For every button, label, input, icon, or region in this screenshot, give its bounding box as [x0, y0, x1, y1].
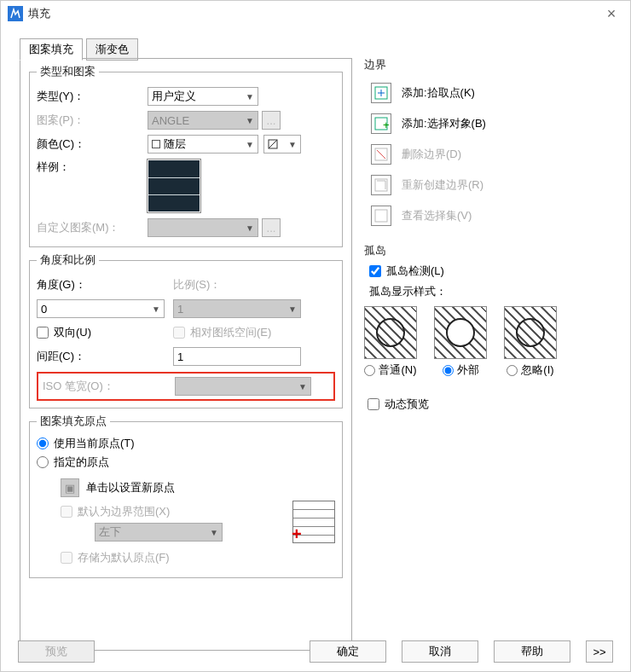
label-paper-space: 相对图纸空间(E) — [190, 325, 271, 340]
boundary-select-object[interactable]: + 添加:选择对象(B) — [364, 108, 611, 139]
recreate-boundary-icon — [371, 175, 391, 195]
pattern-browse-button: ... — [262, 111, 281, 130]
radio-specify-origin[interactable] — [37, 456, 49, 468]
select-object-icon: + — [371, 113, 391, 134]
dialog-content: 图案填充 渐变色 类型和图案 类型(Y)： 用户定义▼ 图案(P)： ANGLE… — [20, 38, 613, 629]
checkbox-paper-space — [173, 327, 185, 339]
label-iso-penwidth: ISO 笔宽(O)： — [43, 379, 175, 394]
label-swatch: 样例： — [37, 159, 148, 175]
svg-line-8 — [377, 150, 385, 159]
label-spacing: 间距(C)： — [37, 349, 173, 364]
tab-pattern-fill[interactable]: 图案填充 — [20, 38, 83, 61]
svg-text:+: + — [383, 119, 389, 131]
label-angle: 角度(G)： — [37, 277, 173, 293]
dropdown-type[interactable]: 用户定义▼ — [148, 87, 258, 106]
label-specify-origin: 指定的原点 — [54, 455, 109, 470]
checkbox-default-boundary — [61, 506, 72, 518]
label-use-current-origin: 使用当前原点(T) — [54, 436, 135, 451]
dropdown-origin-position: 左下▼ — [95, 523, 223, 542]
legend-angle-scale: 角度和比例 — [37, 252, 99, 268]
label-pattern: 图案(P)： — [37, 113, 148, 128]
radio-island-outer[interactable] — [443, 365, 454, 376]
no-color-icon — [268, 139, 278, 149]
island-style-normal-preview[interactable] — [364, 306, 417, 359]
dropdown-iso-penwidth: ▼ — [175, 377, 311, 396]
dropdown-scale: 1▼ — [173, 299, 301, 318]
expand-button[interactable]: >> — [586, 640, 613, 663]
label-click-set-origin: 单击以设置新原点 — [86, 480, 175, 495]
checkbox-dynamic-preview[interactable] — [368, 398, 379, 410]
input-spacing[interactable] — [173, 347, 301, 366]
label-color: 颜色(C)： — [37, 136, 148, 152]
label-bidirectional: 双向(U) — [54, 325, 91, 340]
pick-origin-icon: ▣ — [61, 478, 79, 497]
close-icon[interactable]: × — [599, 5, 623, 23]
help-button[interactable]: 帮助 — [494, 640, 570, 663]
label-type: 类型(Y)： — [37, 89, 148, 104]
dropdown-color-secondary[interactable]: ▼ — [263, 135, 301, 154]
checkbox-island-detection[interactable] — [369, 265, 381, 277]
checkbox-bidirectional[interactable] — [37, 327, 49, 339]
dropdown-custom-pattern: ▼ — [148, 218, 258, 237]
group-islands: 孤岛 孤岛检测(L) 孤岛显示样式： 普通(N) 外部 忽略(I) — [364, 243, 611, 378]
window-title: 填充 — [28, 6, 599, 21]
dropdown-color[interactable]: 随层▼ — [148, 135, 258, 154]
label-island-style: 孤岛显示样式： — [364, 284, 611, 299]
left-panel: 类型和图案 类型(Y)： 用户定义▼ 图案(P)： ANGLE▼ ... 颜色(… — [20, 58, 352, 651]
label-default-boundary: 默认为边界范围(X) — [78, 504, 170, 519]
radio-use-current-origin[interactable] — [37, 437, 49, 449]
checkbox-store-default-origin — [61, 552, 72, 564]
cancel-button[interactable]: 取消 — [402, 640, 478, 663]
preview-button: 预览 — [18, 640, 95, 663]
boundary-view-selection: 查看选择集(V) — [364, 200, 611, 231]
delete-boundary-icon — [371, 144, 391, 165]
svg-rect-10 — [375, 210, 387, 222]
highlight-iso-penwidth: ISO 笔宽(O)： ▼ — [37, 372, 335, 401]
ok-button[interactable]: 确定 — [310, 640, 386, 663]
titlebar: 填充 × — [1, 1, 630, 26]
legend-islands: 孤岛 — [364, 243, 611, 258]
label-island-detection: 孤岛检测(L) — [386, 264, 444, 279]
dropdown-angle[interactable]: 0▼ — [37, 299, 165, 318]
view-selection-icon — [371, 206, 391, 226]
pick-point-icon — [371, 83, 391, 103]
right-column: 边界 添加:拾取点(K) + 添加:选择对象(B) 删除边界(D) 重新创建边界… — [364, 57, 611, 412]
boundary-pick-point[interactable]: 添加:拾取点(K) — [364, 78, 611, 108]
radio-island-normal[interactable] — [364, 365, 375, 376]
group-boundary: 边界 添加:拾取点(K) + 添加:选择对象(B) 删除边界(D) 重新创建边界… — [364, 57, 611, 231]
app-icon — [8, 6, 23, 21]
island-style-outer-preview[interactable] — [434, 306, 487, 359]
origin-preview-icon — [292, 501, 335, 543]
group-angle-scale: 角度和比例 角度(G)： 比例(S)： 0▼ 1▼ 双向(U) 相对图纸空间(E… — [29, 252, 343, 408]
svg-line-1 — [269, 140, 277, 148]
label-scale: 比例(S)： — [173, 277, 284, 293]
boundary-delete: 删除边界(D) — [364, 139, 611, 170]
legend-type-pattern: 类型和图案 — [37, 64, 99, 79]
legend-origin: 图案填充原点 — [37, 414, 110, 429]
custom-pattern-browse-button: ... — [262, 218, 281, 237]
island-style-ignore-preview[interactable] — [504, 306, 557, 359]
swatch-preview[interactable] — [148, 159, 200, 212]
label-dynamic-preview: 动态预览 — [385, 397, 429, 412]
group-origin: 图案填充原点 使用当前原点(T) 指定的原点 ▣ 单击以设置新原点 — [29, 414, 343, 578]
group-type-pattern: 类型和图案 类型(Y)： 用户定义▼ 图案(P)： ANGLE▼ ... 颜色(… — [29, 64, 343, 247]
boundary-recreate: 重新创建边界(R) — [364, 170, 611, 200]
label-custom-pattern: 自定义图案(M)： — [37, 220, 148, 235]
button-bar: 预览 确定 取消 帮助 >> — [1, 640, 630, 663]
dropdown-pattern: ANGLE▼ — [148, 111, 258, 130]
radio-island-ignore[interactable] — [507, 365, 518, 376]
legend-boundary: 边界 — [364, 57, 611, 72]
label-store-default-origin: 存储为默认原点(F) — [78, 550, 170, 565]
